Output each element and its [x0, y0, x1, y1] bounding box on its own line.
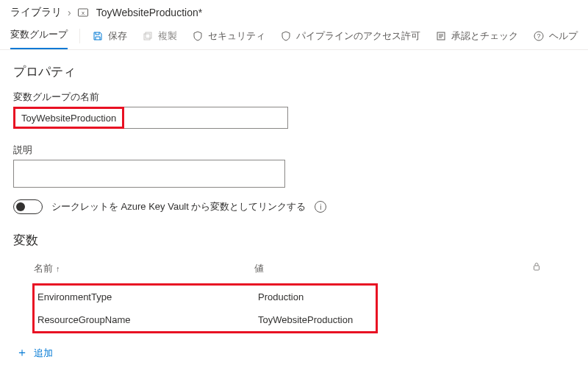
sort-ascending-icon: ↑ — [56, 264, 60, 273]
variable-value-cell: ToyWebsiteProduction — [258, 314, 373, 325]
name-input[interactable] — [15, 109, 122, 127]
name-field-wrapper — [13, 107, 575, 129]
approvals-button[interactable]: 承認とチェック — [435, 29, 518, 47]
variables-heading: 変数 — [0, 219, 588, 252]
highlight-box-name — [13, 107, 124, 129]
column-header-value[interactable]: 値 — [254, 263, 264, 274]
save-icon — [92, 30, 104, 42]
add-variable-button[interactable]: ＋ 追加 — [0, 333, 588, 372]
variables-header-row: 名前↑ 値 — [13, 255, 575, 283]
add-label: 追加 — [34, 347, 53, 360]
svg-rect-7 — [534, 266, 539, 270]
pipeline-permissions-label: パイプラインのアクセス許可 — [296, 29, 420, 43]
help-button[interactable]: ? ヘルプ — [533, 29, 578, 47]
keyvault-link-toggle[interactable] — [13, 199, 43, 214]
clone-icon — [142, 30, 154, 42]
name-field-label: 変数グループの名前 — [13, 91, 575, 104]
shield-icon — [280, 30, 292, 42]
plus-icon: ＋ — [16, 345, 28, 361]
breadcrumb: ライブラリ › x ToyWebsiteProduction* — [0, 0, 588, 22]
svg-text:?: ? — [537, 32, 540, 40]
description-field-label: 説明 — [13, 144, 575, 157]
save-label: 保存 — [108, 29, 127, 43]
lock-icon — [532, 262, 554, 275]
description-input[interactable] — [13, 160, 285, 188]
toolbar-divider — [79, 29, 80, 43]
security-label: セキュリティ — [208, 29, 265, 43]
chevron-right-icon: › — [68, 7, 71, 18]
svg-rect-2 — [144, 34, 150, 40]
svg-rect-3 — [146, 32, 151, 38]
variable-group-icon: x — [77, 7, 89, 18]
variable-row[interactable]: EnvironmentType Production — [35, 286, 376, 308]
variable-name-cell: EnvironmentType — [37, 291, 258, 302]
svg-text:x: x — [82, 10, 85, 16]
help-label: ヘルプ — [549, 29, 578, 43]
save-button[interactable]: 保存 — [92, 29, 127, 47]
approvals-label: 承認とチェック — [451, 29, 518, 43]
highlight-box-variables: EnvironmentType Production ResourceGroup… — [32, 283, 378, 333]
variable-value-cell: Production — [258, 291, 373, 302]
keyvault-toggle-label: シークレットを Azure Key Vault から変数としてリンクする — [51, 200, 306, 213]
toolbar: 変数グループ 保存 複製 セキュリティ パイプラインのアクセス許可 承認とチェッ… — [0, 22, 588, 50]
pipeline-permissions-button[interactable]: パイプラインのアクセス許可 — [280, 29, 420, 47]
help-icon: ? — [533, 30, 545, 42]
tab-variable-groups[interactable]: 変数グループ — [10, 28, 68, 49]
variable-name-cell: ResourceGroupName — [37, 314, 258, 325]
shield-icon — [192, 30, 204, 42]
name-input-remainder[interactable] — [124, 107, 288, 129]
column-header-name[interactable]: 名前 — [34, 263, 53, 274]
properties-heading: プロパティ — [0, 50, 588, 85]
clone-button[interactable]: 複製 — [142, 29, 177, 47]
checklist-icon — [435, 30, 447, 42]
clone-label: 複製 — [158, 29, 177, 43]
breadcrumb-root[interactable]: ライブラリ — [10, 6, 62, 19]
breadcrumb-current: ToyWebsiteProduction* — [96, 7, 202, 18]
variable-row[interactable]: ResourceGroupName ToyWebsiteProduction — [35, 308, 376, 331]
info-icon[interactable]: i — [315, 201, 326, 213]
security-button[interactable]: セキュリティ — [192, 29, 265, 47]
